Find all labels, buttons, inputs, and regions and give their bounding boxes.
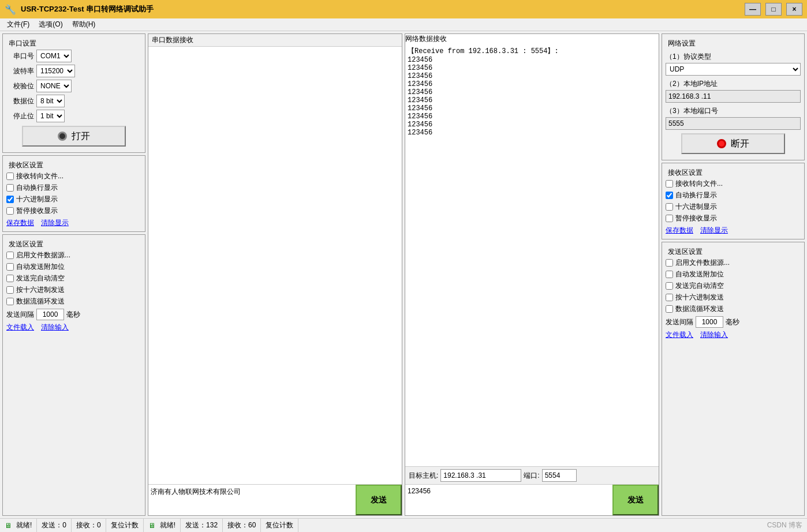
- serial-send-cb2[interactable]: [6, 263, 14, 271]
- net-status-icon: 🖥: [148, 522, 155, 530]
- serial-recv-area[interactable]: [148, 47, 402, 484]
- net-recv-line: 123456: [408, 104, 656, 113]
- protocol-select[interactable]: UDPTCP ClientTCP Server: [666, 63, 801, 76]
- serial-send-links: 文件载入 清除输入: [6, 323, 141, 332]
- menu-help[interactable]: 帮助(H): [68, 18, 100, 31]
- net-interval-row: 发送间隔 毫秒: [666, 316, 801, 328]
- net-interval-input[interactable]: [696, 316, 723, 328]
- menu-bar: 文件(F) 选项(O) 帮助(H): [0, 18, 807, 31]
- local-ip-input[interactable]: [666, 90, 801, 103]
- net-recv-line: 123456: [408, 56, 656, 64]
- target-port-input[interactable]: [542, 469, 577, 482]
- right-column: 网络设置 （1）协议类型 UDPTCP ClientTCP Server （2）…: [662, 33, 805, 516]
- net-reset-section[interactable]: 复位计数: [261, 519, 298, 532]
- open-serial-button[interactable]: 打开: [22, 126, 126, 147]
- serial-interval-unit: 毫秒: [66, 310, 80, 320]
- serial-send-cb4[interactable]: [6, 286, 14, 294]
- middle-panels: 串口数据接收 济南有人物联网技术有限公司 发送 网络数据接收 【Receive …: [148, 33, 659, 516]
- net-interval-label: 发送间隔: [666, 317, 693, 327]
- menu-options[interactable]: 选项(O): [34, 18, 67, 31]
- net-recv-cb2[interactable]: [666, 192, 673, 199]
- net-save-data-link[interactable]: 保存数据: [666, 226, 693, 235]
- net-interval-unit: 毫秒: [726, 317, 739, 327]
- title-bar: 🔧 USR-TCP232-Test 串口转网络调试助手 — □ ×: [0, 0, 807, 18]
- main-area: 串口设置 串口号 COM1COM2COM3 波特率 96001920038400…: [0, 31, 807, 518]
- net-recv-panel-header: 网络数据接收: [405, 34, 659, 44]
- serial-reset-section[interactable]: 复位计数: [106, 519, 144, 532]
- serial-file-load-link[interactable]: 文件载入: [6, 323, 34, 332]
- net-clear-display-link[interactable]: 清除显示: [700, 226, 728, 235]
- net-recv-cb4[interactable]: [666, 215, 673, 222]
- net-send-cb1[interactable]: [666, 259, 673, 267]
- net-send-cb4[interactable]: [666, 294, 673, 301]
- net-send-textarea[interactable]: 123456: [405, 485, 612, 515]
- serial-recv-cb4-row: 暂停接收显示: [6, 206, 141, 216]
- serial-recv-cb4[interactable]: [6, 207, 14, 215]
- minimize-btn[interactable]: —: [745, 3, 761, 16]
- serial-recv-cb3[interactable]: [6, 196, 14, 203]
- serial-status-icon: 🖥: [5, 522, 12, 530]
- maximize-btn[interactable]: □: [765, 3, 782, 16]
- target-host-input[interactable]: [440, 469, 521, 482]
- net-recv-links: 保存数据 清除显示: [666, 226, 801, 235]
- net-send-count-section: 发送：132: [181, 519, 223, 532]
- local-port-input[interactable]: [666, 117, 801, 130]
- serial-recv-cb2[interactable]: [6, 184, 14, 192]
- serial-send-cb1[interactable]: [6, 252, 14, 259]
- serial-status-text: 就绪!: [16, 520, 32, 530]
- serial-data-panel: 串口数据接收 济南有人物联网技术有限公司 发送: [148, 33, 402, 516]
- serial-send-count-section: 发送：0: [37, 519, 72, 532]
- parity-label: 校验位: [6, 81, 34, 91]
- serial-interval-input[interactable]: 1000: [36, 309, 64, 320]
- serial-recv-cb2-label: 自动换行显示: [16, 183, 58, 193]
- net-recv-settings-title: 接收区设置: [666, 167, 801, 179]
- disconnect-button[interactable]: 断开: [681, 133, 785, 154]
- close-btn[interactable]: ×: [786, 3, 802, 16]
- baud-select[interactable]: 9600192003840057600115200: [36, 65, 75, 77]
- menu-file[interactable]: 文件(F): [2, 18, 34, 31]
- serial-recv-cb1[interactable]: [6, 173, 14, 180]
- app-icon: 🔧: [5, 4, 16, 15]
- port-select[interactable]: COM1COM2COM3: [36, 50, 72, 62]
- serial-send-textarea[interactable]: 济南有人物联网技术有限公司: [148, 485, 356, 515]
- parity-select[interactable]: NONEODDEVEN: [36, 80, 72, 92]
- net-send-cb3[interactable]: [666, 282, 673, 290]
- serial-send-settings-title: 发送区设置: [6, 238, 141, 250]
- net-recv-area[interactable]: 【Receive from 192.168.3.31 : 5554】:12345…: [405, 44, 659, 466]
- net-recv-cb3-label: 十六进制显示: [675, 202, 717, 212]
- net-recv-line: 123456: [408, 113, 656, 121]
- serial-send-cb2-label: 自动发送附加位: [16, 262, 65, 272]
- net-send-cb1-label: 启用文件数据源...: [675, 258, 730, 268]
- serial-send-cb2-row: 自动发送附加位: [6, 262, 141, 272]
- serial-send-button[interactable]: 发送: [356, 485, 402, 515]
- serial-reset-btn[interactable]: 复位计数: [111, 520, 139, 530]
- net-recv-cb3[interactable]: [666, 203, 673, 211]
- stop-bits-label: 停止位: [6, 111, 34, 121]
- net-recv-cb1[interactable]: [666, 180, 673, 188]
- net-send-row: 123456 发送: [405, 484, 659, 515]
- net-recv-cb2-label: 自动换行显示: [675, 190, 717, 200]
- net-send-cb5-label: 数据流循环发送: [675, 304, 724, 314]
- serial-settings-title: 串口设置: [6, 38, 141, 50]
- target-host-row: 目标主机: 端口:: [405, 466, 659, 484]
- net-file-load-link[interactable]: 文件载入: [666, 330, 693, 340]
- net-clear-input-link[interactable]: 清除输入: [700, 330, 728, 340]
- serial-send-cb5-row: 数据流循环发送: [6, 297, 141, 306]
- serial-send-cb5[interactable]: [6, 298, 14, 305]
- local-ip-label: （2）本地IP地址: [666, 79, 801, 89]
- serial-send-cb1-row: 启用文件数据源...: [6, 250, 141, 260]
- data-bits-select[interactable]: 5 bit6 bit7 bit8 bit: [36, 95, 65, 107]
- serial-clear-input-link[interactable]: 清除输入: [41, 323, 69, 332]
- serial-send-cb4-label: 按十六进制发送: [16, 285, 65, 295]
- stop-bits-select[interactable]: 1 bit2 bit: [36, 110, 65, 122]
- serial-recv-panel-header: 串口数据接收: [148, 34, 402, 47]
- serial-send-cb3[interactable]: [6, 275, 14, 282]
- net-send-button[interactable]: 发送: [612, 485, 659, 515]
- net-reset-btn[interactable]: 复位计数: [266, 520, 293, 530]
- net-send-links: 文件载入 清除输入: [666, 330, 801, 340]
- net-recv-cb4-row: 暂停接收显示: [666, 213, 801, 223]
- net-send-cb2[interactable]: [666, 271, 673, 278]
- serial-clear-display-link[interactable]: 清除显示: [41, 218, 69, 228]
- serial-save-data-link[interactable]: 保存数据: [6, 218, 34, 228]
- net-send-cb5[interactable]: [666, 305, 673, 313]
